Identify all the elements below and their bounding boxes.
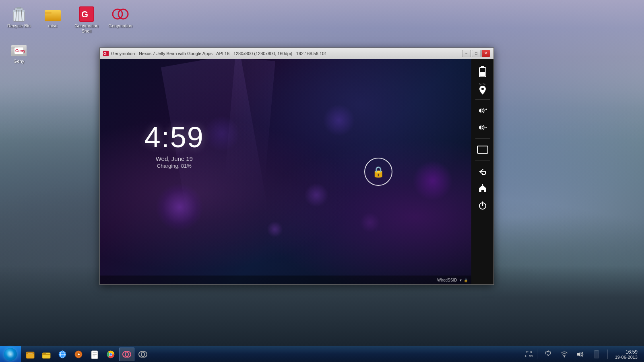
genymotion-shell-label: GenymotionShell [74,23,98,34]
volume-up-button[interactable] [475,103,491,118]
tray-clock[interactable]: 16:59 19-06-2013 [612,348,641,360]
svg-marker-26 [479,108,481,113]
android-statusbar: WiredSSID ▾ 🔒 [100,276,471,284]
android-clock: 4:59 Wed, June 19 Charging, 81% [144,121,204,169]
taskbar-item-genymotion-2[interactable] [135,348,151,361]
lock-circle-button[interactable]: 🔒 [364,158,392,186]
panel-divider-3 [475,160,490,161]
tray-wifi-icon[interactable] [557,348,571,361]
taskbar-item-genymotion-1[interactable] [119,348,134,361]
tray-clock-time: 16:59 [615,349,638,355]
svg-rect-23 [481,66,484,68]
tray-network-icon[interactable] [541,348,555,361]
tray-show-desktop[interactable] [590,348,603,361]
desktop-icon-genymotion-shell[interactable]: G GenymotionShell [72,4,101,35]
desktop-icon-geny[interactable]: Geny Geny [4,39,34,66]
taskbar-item-task1[interactable] [87,348,102,361]
system-tray: D: 0 U: 53 [522,346,644,362]
window-controls: − □ ✕ [462,50,490,57]
genymotion-label: Genymotion [108,23,132,29]
taskbar: D: 0 U: 53 [0,346,644,362]
panel-divider-1 [475,99,490,100]
tray-network-down: D: 0 [526,350,532,354]
misc-folder-icon [44,6,61,23]
svg-rect-50 [91,351,98,359]
genymotion-window: G Genymotion - Nexus 7 Jelly Bean with G… [99,47,494,285]
taskbar-item-ie[interactable] [55,348,70,361]
volume-down-button[interactable] [475,120,491,135]
gps-button[interactable]: GPS [475,81,491,96]
svg-rect-24 [480,72,485,76]
svg-text:Geny: Geny [15,49,25,53]
svg-rect-37 [28,353,33,354]
svg-rect-40 [42,354,50,355]
svg-text:G: G [81,9,88,19]
taskbar-item-media-player[interactable] [71,348,86,361]
desktop-icon-recycle-bin[interactable]: Recycle Bin [4,4,34,35]
taskbar-items [21,346,522,362]
svg-rect-63 [594,350,599,358]
taskbar-item-archive[interactable] [23,348,38,361]
battery-button[interactable] [475,64,491,79]
svg-point-13 [113,9,122,19]
desktop-icon-misc[interactable]: misc [38,4,68,35]
window-body: 4:59 Wed, June 19 Charging, 81% 🔒 WiredS… [100,59,493,284]
start-orb [4,348,17,361]
svg-point-25 [481,88,484,90]
home-button[interactable] [475,181,491,196]
window-titlebar[interactable]: G Genymotion - Nexus 7 Jelly Bean with G… [100,48,493,59]
start-orb-inner [6,350,14,358]
geny-icon: Geny [10,41,27,58]
svg-point-61 [564,356,565,357]
statusbar-network: WiredSSID ▾ 🔒 [437,278,468,282]
right-control-panel: GPS [471,59,493,284]
tray-network-traffic[interactable]: D: 0 U: 53 [525,350,533,358]
tray-network-up: U: 53 [525,354,533,358]
svg-rect-9 [45,12,52,14]
desktop-icon-row-1: Recycle Bin misc [4,4,135,35]
android-background [100,59,471,284]
tray-divider-1 [537,350,537,359]
android-screen[interactable]: 4:59 Wed, June 19 Charging, 81% 🔒 WiredS… [100,59,471,284]
svg-rect-31 [477,146,488,153]
window-title: Genymotion - Nexus 7 Jelly Bean with Goo… [111,51,462,56]
close-button[interactable]: ✕ [481,50,490,57]
power-button[interactable] [475,198,491,213]
panel-divider-2 [475,138,490,139]
restore-button[interactable]: □ [472,50,481,57]
gps-label: GPS [479,82,485,85]
tray-volume-icon[interactable] [574,348,587,361]
svg-marker-29 [479,125,481,130]
svg-point-14 [118,9,128,19]
tray-clock-date: 19-06-2013 [615,355,638,360]
taskbar-item-chrome[interactable] [103,348,118,361]
misc-label: misc [48,23,58,29]
desktop-icon-genymotion[interactable]: Genymotion [105,4,135,35]
start-button[interactable] [0,346,21,362]
svg-text:G: G [103,51,107,56]
clock-time: 4:59 [144,121,204,154]
recycle-bin-label: Recycle Bin [7,23,31,29]
minimize-button[interactable]: − [462,50,471,57]
genymotion-shell-icon: G [78,6,95,23]
svg-point-56 [109,353,112,356]
window-app-icon: G [103,51,109,56]
lock-icon: 🔒 [372,166,385,178]
taskbar-item-explorer[interactable] [39,348,54,361]
svg-rect-6 [17,7,21,8]
rotate-button[interactable] [475,142,491,157]
recycle-bin-icon [10,6,27,23]
clock-charging-status: Charging, 81% [144,163,204,169]
genymotion-circle-icon [112,6,129,23]
geny-label: Geny [14,59,24,64]
clock-date: Wed, June 19 [144,155,204,162]
svg-marker-62 [577,352,580,357]
tray-divider-2 [607,350,608,359]
back-button[interactable] [475,164,491,179]
